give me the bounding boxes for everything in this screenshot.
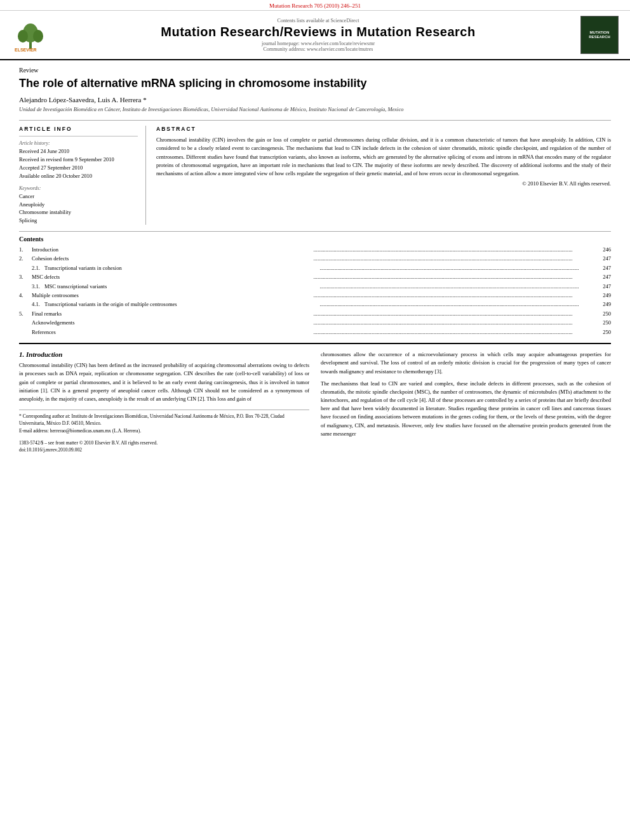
elsevier-logo: ELSEVIER — [11, 17, 56, 53]
journal-homepage: journal homepage: www.elsevier.com/locat… — [56, 41, 580, 52]
svg-point-3 — [33, 30, 43, 43]
intro-heading: 1. Introduction — [19, 350, 309, 358]
article-info-label: ARTICLE INFO — [19, 126, 138, 132]
article-title: The role of alternative mRNA splicing in… — [19, 76, 611, 91]
article-body: Review The role of alternative mRNA spli… — [0, 60, 630, 460]
history-online: Available online 20 October 2010 — [19, 173, 138, 180]
abstract-label: ABSTRACT — [156, 126, 611, 132]
intro-right-para1: chromosomes allow the occurrence of a mi… — [321, 350, 611, 376]
toc-item-2: 2. Cohesion defects 247 — [19, 254, 611, 263]
intro-left-para1: Chromosomal instability (CIN) has been d… — [19, 361, 309, 403]
article-authors: Alejandro López-Saavedra, Luis A. Herrer… — [19, 96, 611, 103]
toc-acknowledgements: Acknowledgements 250 — [19, 318, 611, 327]
history-received: Received 24 June 2010 — [19, 148, 138, 156]
journal-citation: Mutation Research 705 (2010) 246–251 — [269, 3, 361, 9]
keywords-label: Keywords: — [19, 185, 138, 191]
abstract-text: Chromosomal instability (CIN) involves t… — [156, 136, 611, 178]
journal-title: Mutation Research/Reviews in Mutation Re… — [56, 25, 580, 39]
abstract-copyright: © 2010 Elsevier B.V. All rights reserved… — [156, 180, 611, 187]
history-revised: Received in revised form 9 September 201… — [19, 156, 138, 164]
svg-point-2 — [18, 30, 28, 43]
footer-info: 1383-5742/$ – see front matter © 2010 El… — [19, 439, 309, 454]
article-info: ARTICLE INFO Article history: Received 2… — [19, 126, 146, 225]
contents-section: Contents 1. Introduction 246 2. Cohesion… — [19, 231, 611, 337]
toc-item-5: 5. Final remarks 250 — [19, 309, 611, 318]
page: Mutation Research 705 (2010) 246–251 ELS… — [0, 0, 630, 840]
intro-right-col: chromosomes allow the occurrence of a mi… — [321, 350, 611, 453]
footnote-star: * Corresponding author at: Instituto de … — [19, 413, 309, 427]
toc-references: References 250 — [19, 328, 611, 337]
article-info-abstract: ARTICLE INFO Article history: Received 2… — [19, 120, 611, 225]
footnote-email: E-mail address: herrerao@biomedicas.unam… — [19, 427, 309, 434]
toc-item-4-1: 4.1. Transcriptional variants in the ori… — [19, 300, 611, 309]
keyword-chromosome: Chromosome instability — [19, 208, 138, 217]
journal-header: ELSEVIER Contents lists available at Sci… — [0, 11, 630, 60]
article-type: Review — [19, 67, 611, 74]
history-accepted: Accepted 27 September 2010 — [19, 164, 138, 172]
journal-citation-bar: Mutation Research 705 (2010) 246–251 — [0, 0, 630, 11]
abstract-section: ABSTRACT Chromosomal instability (CIN) i… — [156, 126, 611, 225]
footer-issn: 1383-5742/$ – see front matter © 2010 El… — [19, 439, 309, 446]
intro-body: 1. Introduction Chromosomal instability … — [19, 350, 611, 453]
keyword-splicing: Splicing — [19, 217, 138, 225]
journal-center: Contents lists available at ScienceDirec… — [56, 18, 580, 52]
toc-item-3-1: 3.1. MSC transcriptional variants 247 — [19, 282, 611, 291]
intro-left-col: 1. Introduction Chromosomal instability … — [19, 350, 309, 453]
article-affiliation: Unidad de Investigación Biomédica en Cán… — [19, 106, 611, 114]
toc-item-3: 3. MSC defects 247 — [19, 272, 611, 281]
sciencedirect-link: Contents lists available at ScienceDirec… — [56, 18, 580, 23]
toc-item-2-1: 2.1. Transcriptional variants in cohesio… — [19, 263, 611, 272]
history-label: Article history: — [19, 140, 138, 146]
section-divider — [19, 343, 611, 344]
intro-right-para2: The mechanisms that lead to CIN are vari… — [321, 380, 611, 438]
svg-text:ELSEVIER: ELSEVIER — [15, 48, 37, 52]
keyword-aneuploidy: Aneuploidy — [19, 201, 138, 209]
toc-item-4: 4. Multiple centrosomes 249 — [19, 291, 611, 300]
journal-thumbnail: MUTATION RESEARCH — [580, 16, 619, 54]
keyword-cancer: Cancer — [19, 192, 138, 201]
contents-title: Contents — [19, 236, 611, 243]
toc-item-1: 1. Introduction 246 — [19, 245, 611, 254]
footnote-section: * Corresponding author at: Instituto de … — [19, 410, 309, 434]
footer-doi: doi:10.1016/j.mrrev.2010.09.002 — [19, 446, 309, 453]
